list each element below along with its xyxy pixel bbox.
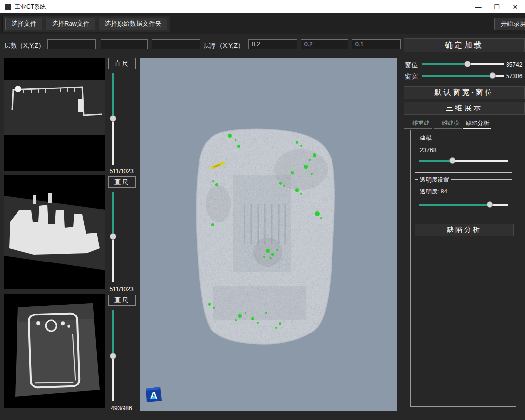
tab-defect-analysis[interactable]: 缺陷分析 [463, 118, 491, 129]
ruler-label-2: 直尺 [108, 176, 136, 188]
slice-slider-2[interactable] [109, 192, 117, 282]
ct-slice-image-2 [4, 175, 105, 289]
slice-slider-3[interactable] [109, 310, 117, 401]
toolbar: 选择文件 选择Raw文件 选择原始数据文件夹 开始录屏 [0, 13, 525, 34]
slice-slider-1[interactable] [109, 73, 117, 165]
transparency-group-title: 透明度设置 [418, 176, 451, 184]
layers-y-input[interactable] [101, 39, 148, 49]
slider-track[interactable] [419, 160, 508, 162]
slider-fill [419, 204, 490, 206]
slider-fill [422, 75, 492, 77]
layers-z-input[interactable] [152, 39, 200, 49]
window-controls: — ☐ ✕ [469, 0, 525, 13]
display-3d-button[interactable]: 三维展示 [404, 102, 525, 115]
window-width-slider[interactable] [422, 72, 504, 79]
ct-slice-view-3[interactable] [4, 294, 105, 408]
window-level-value: 35742 [506, 61, 522, 68]
window-width-label: 窗宽 [405, 72, 418, 81]
select-file-button[interactable]: 选择文件 [5, 18, 42, 30]
window-width-value: 57306 [506, 73, 522, 80]
modeling-group-title: 建模 [418, 134, 434, 142]
transparency-groupbox: 透明度设置 透明度: 84 [415, 179, 512, 215]
slider-handle[interactable] [464, 61, 471, 67]
slice-position-3: 493/986 [104, 405, 140, 412]
modeling-groupbox: 建模 23768 [415, 138, 512, 173]
slider-fill [112, 73, 114, 118]
app-icon [5, 4, 11, 10]
file-button-group: 选择文件 选择Raw文件 选择原始数据文件夹 [2, 16, 170, 32]
ct-slice-view-1[interactable] [4, 58, 105, 171]
thickness-y-input[interactable] [301, 39, 348, 49]
confirm-load-button[interactable]: 确定加载 [404, 38, 525, 52]
layers-x-input[interactable] [47, 39, 96, 49]
slider-handle[interactable] [110, 115, 116, 122]
ct-slice-image-3 [4, 294, 105, 408]
slider-handle[interactable] [490, 72, 496, 79]
transparency-value-label: 透明度: 84 [420, 188, 447, 196]
thickness-label: 层厚（X,Y,Z） [204, 41, 244, 50]
slice-position-2: 511/1023 [104, 286, 140, 293]
slider-handle[interactable] [449, 158, 455, 164]
window-title: 工业CT系统 [15, 3, 46, 11]
a-cube-logo-icon: A [144, 385, 163, 403]
slider-fill [419, 160, 452, 162]
start-record-button[interactable]: 开始录屏 [494, 18, 525, 30]
modeling-value: 23768 [420, 147, 436, 154]
select-raw-file-button[interactable]: 选择Raw文件 [46, 18, 95, 30]
ct-slice-image-1 [4, 58, 105, 171]
tab-3d-modeling[interactable]: 三维建模 [434, 118, 462, 129]
reconstructed-object [140, 58, 397, 411]
slider-fill [112, 192, 114, 236]
slider-track[interactable] [422, 63, 504, 65]
analysis-tabbar: 三维重建 三维建模 缺陷分析 [404, 118, 491, 129]
industrial-ct-window: 工业CT系统 — ☐ ✕ 选择文件 选择Raw文件 选择原始数据文件夹 开始录屏… [0, 0, 525, 420]
viewer-3d[interactable]: A [140, 58, 397, 411]
ct-slice-view-2[interactable] [4, 175, 105, 289]
close-button[interactable]: ✕ [506, 0, 525, 13]
modeling-slider[interactable] [419, 158, 508, 164]
minimize-button[interactable]: — [469, 0, 488, 13]
slider-fill [112, 310, 114, 356]
ruler-label-1: 直尺 [108, 58, 136, 69]
tab-3d-reconstruction[interactable]: 三维重建 [404, 118, 432, 129]
maximize-button[interactable]: ☐ [488, 0, 506, 13]
slider-handle[interactable] [487, 201, 493, 208]
thickness-x-input[interactable] [248, 39, 297, 49]
thickness-z-input[interactable] [352, 39, 401, 49]
window-level-label: 窗位 [405, 61, 418, 70]
slider-handle[interactable] [110, 353, 116, 359]
slider-track[interactable] [419, 204, 508, 206]
ruler-label-3: 直尺 [108, 295, 136, 306]
defect-analysis-button[interactable]: 缺陷分析 [415, 224, 514, 236]
window-level-slider[interactable] [422, 61, 504, 68]
titlebar: 工业CT系统 — ☐ ✕ [0, 0, 525, 13]
slider-handle[interactable] [110, 233, 116, 240]
select-raw-folder-button[interactable]: 选择原始数据文件夹 [99, 18, 167, 30]
default-window-button[interactable]: 默认窗宽-窗位 [404, 86, 525, 99]
slice-position-1: 511/1023 [104, 168, 140, 175]
slider-fill [422, 63, 467, 65]
transparency-slider[interactable] [419, 201, 508, 208]
layers-label: 层数（X,Y,Z） [4, 41, 45, 50]
